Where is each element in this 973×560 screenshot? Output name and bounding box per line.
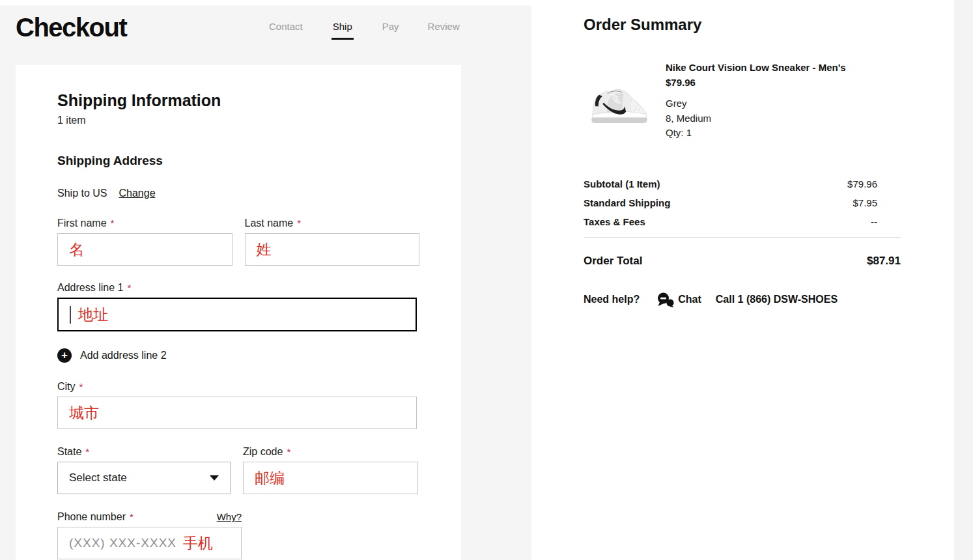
product-size: 8, Medium bbox=[666, 111, 846, 126]
shipping-cost-label: Standard Shipping bbox=[584, 197, 670, 209]
first-name-field: First name * 名 bbox=[57, 217, 233, 266]
last-name-label-row: Last name * bbox=[245, 217, 420, 229]
subtotal-label: Subtotal (1 Item) bbox=[584, 178, 660, 190]
name-fields-row: First name * 名 Last name * 姓 bbox=[57, 217, 419, 266]
address-line1-input[interactable]: 地址 bbox=[57, 298, 417, 331]
subtotal-row: Subtotal (1 Item) $79.96 bbox=[584, 178, 877, 190]
taxes-fees-value: -- bbox=[871, 216, 877, 228]
phone-label-row: Phone number * Why? bbox=[57, 511, 242, 523]
product-color: Grey bbox=[666, 96, 846, 111]
state-label: State bbox=[57, 446, 81, 458]
product-price: $79.96 bbox=[666, 77, 846, 88]
state-selected-value: Select state bbox=[69, 471, 127, 484]
order-total-label: Order Total bbox=[584, 255, 642, 268]
phone-value: 手机 bbox=[183, 533, 213, 553]
tab-contact[interactable]: Contact bbox=[269, 21, 303, 40]
ship-to-row: Ship to US Change bbox=[57, 188, 419, 199]
tab-review[interactable]: Review bbox=[428, 21, 460, 40]
checkout-tabs: Contact Ship Pay Review bbox=[269, 21, 460, 40]
state-select[interactable]: Select state bbox=[57, 462, 231, 494]
shipping-card: Shipping Information 1 item Shipping Add… bbox=[16, 65, 461, 560]
order-summary-panel: Order Summary bbox=[531, 0, 954, 560]
state-field: State * Select state bbox=[57, 446, 231, 494]
state-label-row: State * bbox=[57, 446, 231, 458]
item-count: 1 item bbox=[57, 115, 419, 126]
address-line1-label-row: Address line 1 * bbox=[57, 282, 419, 294]
address-line1-field: Address line 1 * 地址 bbox=[57, 282, 419, 331]
phone-why-link[interactable]: Why? bbox=[217, 511, 242, 522]
order-total-value: $87.91 bbox=[867, 255, 901, 268]
shipping-cost-row: Standard Shipping $7.95 bbox=[584, 197, 877, 209]
first-name-label: First name bbox=[57, 217, 107, 229]
taxes-fees-label: Taxes & Fees bbox=[584, 216, 645, 228]
help-row: Need help? Chat Call 1 (866) DSW-SHOES bbox=[584, 292, 954, 307]
state-zip-row: State * Select state Zip code * 邮编 bbox=[57, 446, 419, 494]
last-name-value: 姓 bbox=[257, 240, 272, 260]
tab-pay[interactable]: Pay bbox=[382, 21, 399, 40]
phone-field: Phone number * Why? (XXX) XXX-XXXX 手机 bbox=[57, 511, 419, 559]
change-country-link[interactable]: Change bbox=[119, 188, 155, 199]
chat-button[interactable]: Chat bbox=[656, 292, 701, 307]
product-quantity: Qty: 1 bbox=[666, 126, 846, 141]
sneaker-image bbox=[589, 85, 649, 130]
ship-to-label: Ship to US bbox=[57, 188, 107, 199]
phone-label: Phone number bbox=[57, 511, 126, 523]
add-address-line2-button[interactable]: + Add address line 2 bbox=[57, 348, 419, 363]
scrollbar-track[interactable] bbox=[954, 0, 973, 560]
checkout-page: Checkout Contact Ship Pay Review Shippin… bbox=[0, 0, 973, 560]
city-label: City bbox=[57, 381, 76, 393]
product-details: Nike Court Vision Low Sneaker - Men's $7… bbox=[666, 61, 846, 141]
chevron-down-icon bbox=[210, 475, 219, 481]
first-name-value: 名 bbox=[69, 240, 84, 260]
last-name-field: Last name * 姓 bbox=[245, 217, 420, 266]
totals-section: Subtotal (1 Item) $79.96 Standard Shippi… bbox=[584, 178, 877, 228]
zip-input[interactable]: 邮编 bbox=[243, 462, 418, 494]
taxes-fees-row: Taxes & Fees -- bbox=[584, 216, 877, 228]
zip-field: Zip code * 邮编 bbox=[243, 446, 418, 494]
product-row: Nike Court Vision Low Sneaker - Men's $7… bbox=[584, 61, 954, 141]
text-caret bbox=[70, 306, 71, 324]
phone-label-wrap: Phone number * bbox=[57, 511, 134, 523]
city-label-row: City * bbox=[57, 381, 419, 393]
plus-icon: + bbox=[57, 348, 72, 363]
required-asterisk: * bbox=[85, 446, 89, 457]
tab-ship[interactable]: Ship bbox=[331, 21, 354, 40]
city-input[interactable]: 城市 bbox=[57, 397, 417, 429]
zip-label: Zip code bbox=[243, 446, 283, 458]
call-phone-link[interactable]: Call 1 (866) DSW-SHOES bbox=[716, 294, 838, 305]
address-line1-value: 地址 bbox=[78, 305, 108, 325]
phone-placeholder: (XXX) XXX-XXXX bbox=[69, 536, 176, 550]
first-name-input[interactable]: 名 bbox=[57, 233, 233, 266]
chat-label: Chat bbox=[678, 294, 701, 305]
city-value: 城市 bbox=[69, 403, 99, 423]
shipping-information-heading: Shipping Information bbox=[57, 91, 419, 110]
zip-value: 邮编 bbox=[255, 468, 285, 488]
shipping-address-heading: Shipping Address bbox=[57, 154, 419, 168]
required-asterisk: * bbox=[127, 282, 131, 293]
required-asterisk: * bbox=[297, 217, 301, 229]
product-name: Nike Court Vision Low Sneaker - Men's bbox=[666, 61, 846, 74]
zip-label-row: Zip code * bbox=[243, 446, 418, 458]
shipping-cost-value: $7.95 bbox=[853, 197, 877, 209]
add-address-line2-label: Add address line 2 bbox=[80, 350, 167, 361]
order-total-row: Order Total $87.91 bbox=[584, 255, 901, 268]
page-title: Checkout bbox=[16, 13, 126, 42]
phone-input[interactable]: (XXX) XXX-XXXX 手机 bbox=[57, 527, 242, 559]
first-name-label-row: First name * bbox=[57, 217, 233, 229]
required-asterisk: * bbox=[111, 217, 115, 229]
need-help-label: Need help? bbox=[584, 294, 640, 305]
subtotal-value: $79.96 bbox=[847, 178, 877, 190]
required-asterisk: * bbox=[130, 511, 134, 522]
last-name-input[interactable]: 姓 bbox=[245, 233, 420, 266]
city-field: City * 城市 bbox=[57, 381, 419, 429]
required-asterisk: * bbox=[287, 446, 290, 457]
left-region: Checkout Contact Ship Pay Review Shippin… bbox=[0, 5, 531, 560]
chat-icon bbox=[656, 292, 675, 307]
totals-divider bbox=[584, 237, 901, 238]
product-attributes: Grey 8, Medium Qty: 1 bbox=[666, 96, 846, 141]
order-summary-heading: Order Summary bbox=[584, 16, 954, 34]
last-name-label: Last name bbox=[245, 217, 294, 229]
required-asterisk: * bbox=[79, 381, 83, 392]
address-line1-label: Address line 1 bbox=[57, 282, 123, 294]
